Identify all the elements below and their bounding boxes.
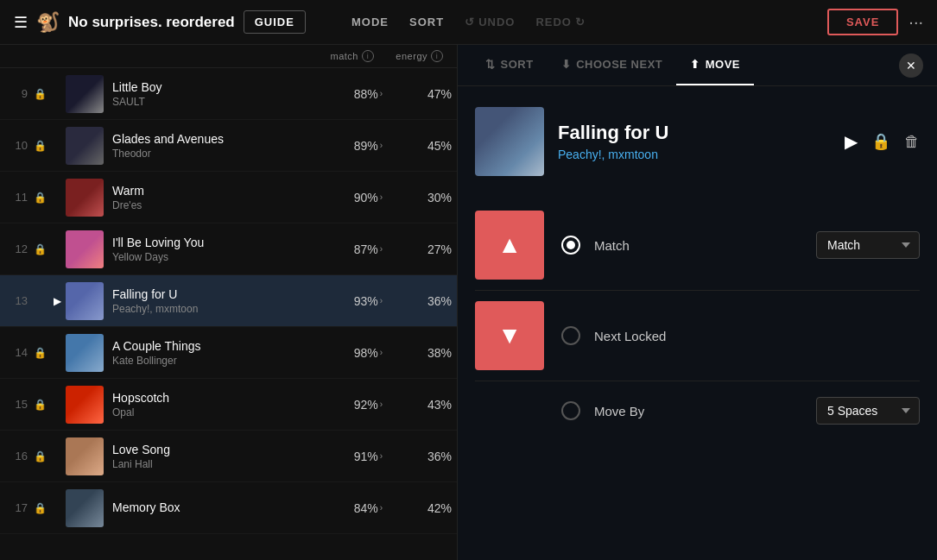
energy-stat: 30% — [388, 191, 457, 204]
page-title: No surprises. reordered — [68, 14, 235, 31]
match-value: 84% — [354, 501, 378, 515]
track-info: Falling for U Peachy!, mxmtoon — [112, 287, 319, 315]
track-row[interactable]: 15 🔒 Hopscotch Opal 92% › 43% — [0, 379, 457, 431]
track-row[interactable]: 11 🔒 Warm Dre'es 90% › 30% — [0, 172, 457, 223]
track-name: Warm — [112, 184, 319, 198]
hamburger-button[interactable]: ☰ — [14, 13, 28, 32]
track-info: A Couple Things Kate Bollinger — [112, 339, 319, 367]
energy-stat: 45% — [388, 139, 457, 153]
next-locked-option-label: Next Locked — [594, 329, 920, 343]
energy-value: 27% — [427, 242, 452, 256]
track-row[interactable]: 9 🔒 Little Boy SAULT 88% › 47% — [0, 68, 457, 120]
track-info: Warm Dre'es — [112, 184, 319, 211]
tab-choose-next[interactable]: ⬇ CHOOSE NEXT — [548, 45, 677, 85]
match-value: 90% — [354, 191, 378, 204]
match-arrow-icon: › — [380, 244, 383, 254]
move-by-radio-button[interactable] — [561, 401, 580, 420]
match-stat: 90% › — [319, 191, 388, 204]
track-row[interactable]: 12 🔒 I'll Be Loving You Yellow Days 87% … — [0, 223, 457, 275]
match-column-header: match i — [305, 50, 374, 62]
energy-stat: 47% — [388, 87, 457, 101]
match-value: 88% — [354, 87, 378, 101]
match-radio-button[interactable] — [561, 236, 580, 255]
track-artwork — [66, 282, 104, 320]
track-number: 15 — [0, 398, 31, 411]
energy-stat: 36% — [388, 450, 457, 463]
match-arrow-icon: › — [380, 451, 383, 461]
detail-panel: ⇅ SORT ⬇ CHOOSE NEXT ⬆ MOVE ✕ Falling fo… — [458, 45, 937, 560]
match-dropdown[interactable]: Match Energy Valence Tempo — [816, 231, 920, 259]
track-name: Memory Box — [112, 500, 319, 514]
song-artwork-large — [475, 107, 544, 176]
undo-button[interactable]: ↺ UNDO — [465, 16, 515, 28]
match-arrow-icon: › — [380, 141, 383, 150]
track-info: I'll Be Loving You Yellow Days — [112, 236, 319, 263]
radio-dot — [567, 241, 575, 249]
match-stat: 98% › — [319, 346, 388, 360]
track-artwork — [66, 437, 104, 475]
track-number: 10 — [0, 139, 31, 152]
track-row[interactable]: 17 🔒 Memory Box 84% › 42% — [0, 482, 457, 534]
energy-info-icon[interactable]: i — [431, 50, 443, 62]
match-value: 98% — [354, 346, 378, 360]
delete-button[interactable]: 🗑 — [904, 133, 920, 151]
energy-stat: 36% — [388, 294, 457, 308]
track-info: Little Boy SAULT — [112, 80, 319, 108]
close-panel-button[interactable]: ✕ — [899, 53, 923, 78]
energy-value: 38% — [427, 346, 452, 360]
track-name: Little Boy — [112, 80, 319, 94]
energy-label: energy — [396, 51, 427, 61]
match-value: 89% — [354, 139, 378, 153]
track-row[interactable]: 10 🔒 Glades and Avenues Theodor 89% › 45… — [0, 120, 457, 172]
match-arrow-icon: › — [380, 192, 383, 202]
match-stat: 91% › — [319, 450, 388, 463]
save-button[interactable]: SAVE — [827, 9, 898, 35]
nav-right: SAVE ··· — [620, 9, 923, 35]
match-stat: 88% › — [319, 87, 388, 101]
match-label: match — [331, 51, 358, 61]
more-options-button[interactable]: ··· — [909, 12, 923, 32]
next-locked-radio-button[interactable] — [561, 326, 580, 345]
play-button[interactable]: ▶ — [845, 131, 858, 152]
redo-button[interactable]: REDO ↻ — [535, 16, 586, 28]
track-artist: Theodor — [112, 148, 319, 160]
track-number: 16 — [0, 450, 31, 462]
move-by-dropdown[interactable]: 1 Space 2 Spaces 3 Spaces 4 Spaces 5 Spa… — [816, 397, 920, 425]
match-info-icon[interactable]: i — [362, 50, 374, 62]
lock-icon: 🔒 — [31, 192, 48, 204]
track-row[interactable]: 14 🔒 A Couple Things Kate Bollinger 98% … — [0, 327, 457, 379]
song-artists: Peachy!, mxmtoon — [558, 148, 831, 161]
match-arrow-icon: › — [380, 348, 383, 357]
match-stat: 89% › — [319, 139, 388, 153]
move-down-button[interactable]: ▼ — [475, 301, 544, 370]
track-name: A Couple Things — [112, 339, 319, 353]
match-stat: 84% › — [319, 501, 388, 515]
track-name: I'll Be Loving You — [112, 236, 319, 249]
nav-left: ☰ 🐒 No surprises. reordered GUIDE — [14, 10, 317, 34]
track-artwork — [66, 75, 104, 113]
track-number: 13 — [0, 294, 31, 307]
track-info: Love Song Lani Hall — [112, 443, 319, 470]
tab-move[interactable]: ⬆ MOVE — [676, 45, 754, 85]
track-number: 12 — [0, 242, 31, 255]
track-info: Glades and Avenues Theodor — [112, 132, 319, 160]
sort-button[interactable]: SORT — [409, 16, 444, 28]
choose-next-tab-label: CHOOSE NEXT — [576, 58, 662, 71]
guide-button[interactable]: GUIDE — [244, 10, 306, 34]
main-layout: match i energy i 9 🔒 Little Boy SAULT 88… — [0, 45, 937, 560]
track-info: Memory Box — [112, 500, 319, 516]
match-value: 93% — [354, 294, 378, 308]
song-header: Falling for U Peachy!, mxmtoon ▶ 🔒 🗑 — [475, 107, 920, 176]
energy-column-header: energy i — [374, 50, 443, 62]
tab-sort[interactable]: ⇅ SORT — [472, 45, 548, 85]
move-up-button[interactable]: ▲ — [475, 211, 544, 280]
mode-button[interactable]: MODE — [351, 16, 389, 28]
track-artist: SAULT — [112, 96, 319, 108]
match-arrow-icon: › — [380, 503, 383, 513]
track-row[interactable]: 16 🔒 Love Song Lani Hall 91% › 36% — [0, 431, 457, 482]
track-row[interactable]: 13 ▶ Falling for U Peachy!, mxmtoon 93% … — [0, 275, 457, 327]
energy-stat: 27% — [388, 242, 457, 256]
energy-stat: 43% — [388, 398, 457, 412]
lock-button[interactable]: 🔒 — [871, 132, 890, 151]
redo-label: REDO — [535, 16, 572, 28]
